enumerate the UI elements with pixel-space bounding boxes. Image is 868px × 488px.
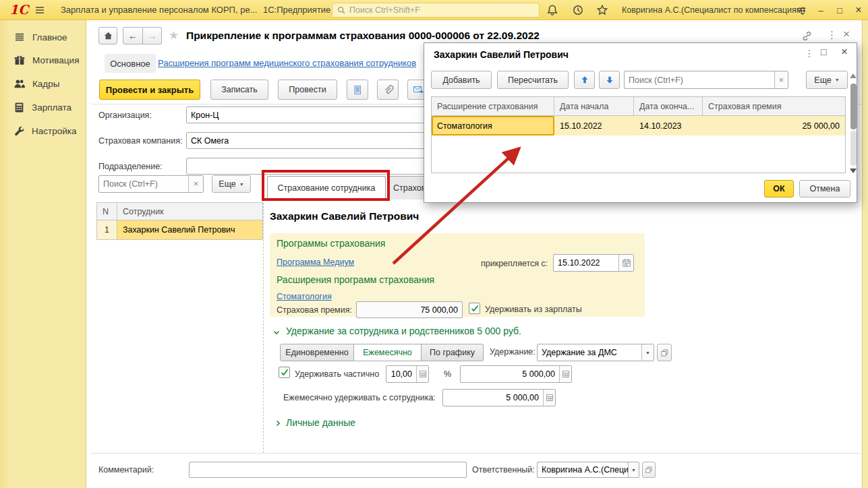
sidebar-item-motivation[interactable]: Мотивация [0,49,86,72]
attached-from-date-field[interactable]: 15.10.2022 [553,254,634,272]
personal-data-group-title[interactable]: Личные данные [286,417,355,428]
window-maximize-button[interactable]: □ [832,3,847,17]
calculator-small-icon[interactable] [543,390,555,406]
dialog-more-button[interactable]: Еще▼ [806,71,848,89]
window-right-frame [862,20,868,488]
list-more-button[interactable]: Еще▼ [212,175,251,193]
withhold-from-salary-checkbox[interactable] [469,303,480,314]
current-user[interactable]: Ковригина А.С.(Специалист по компенсация… [622,5,805,15]
notifications-bell-icon[interactable] [546,4,558,16]
move-down-button[interactable] [599,71,620,89]
table-row[interactable]: Стоматология 15.10.2022 14.10.2023 25 00… [432,116,845,135]
clear-search-icon[interactable]: × [188,176,203,192]
group-collapse-icon[interactable] [272,329,281,336]
mode-once-button[interactable]: Единовременно [280,344,354,361]
sidebar-item-payroll[interactable]: Зарплата [0,96,86,119]
post-button[interactable]: Провести [278,80,337,100]
responsible-combo[interactable]: Ковригина А.С.(Специали ▼ [537,462,639,478]
tab-employee-insurance[interactable]: Страхование сотрудника [267,176,386,200]
form-menu-kebab-icon[interactable]: ⋮ [827,30,837,40]
dialog-search-input[interactable] [625,75,774,85]
dialog-search-field[interactable]: × [624,71,788,89]
list-search-field[interactable]: × [98,175,204,193]
sidebar-item-settings[interactable]: Настройка [0,119,86,143]
mode-monthly-button[interactable]: Ежемесячно [354,344,422,361]
calendar-icon[interactable] [618,255,633,271]
employee-col-name[interactable]: Сотрудник [117,207,262,216]
window-close-button[interactable]: × [851,3,866,17]
deduction-group-title[interactable]: Удержание за сотрудника и родственников … [286,326,521,336]
favorites-star-icon[interactable] [596,4,608,16]
extension-link[interactable]: Стоматология [277,292,332,301]
nav-history-group: ← → [123,27,162,44]
post-and-close-button[interactable]: Провести и закрыть [99,80,200,100]
dialog-title: Захаркин Савелий Петрович [434,49,569,60]
calculator-small-icon[interactable] [416,366,428,382]
favorite-star-icon[interactable]: ★ [169,30,179,41]
back-button[interactable]: ← [123,27,143,44]
dialog-menu-kebab-icon[interactable]: ⋮ [805,49,814,58]
comment-input[interactable] [189,462,467,478]
employee-col-n[interactable]: N [97,203,117,220]
scroll-up-icon[interactable] [850,73,857,78]
window-minimize-button[interactable]: – [813,3,828,17]
tab-main[interactable]: Основное [105,54,156,73]
save-button[interactable]: Записать [210,80,268,100]
clear-search-icon[interactable]: × [774,71,788,88]
program-link[interactable]: Программа Медиум [277,257,354,267]
list-search-input[interactable] [99,179,188,189]
premium-field[interactable]: 75 000,00 [356,301,463,318]
sidebar-item-main[interactable]: Главное [0,26,86,49]
move-up-button[interactable] [574,71,595,89]
global-search-input[interactable] [349,5,525,15]
col-start-date[interactable]: Дата начала [554,97,634,115]
form-close-icon[interactable]: × [843,28,850,40]
sidebar-item-hr[interactable]: Кадры [0,72,86,96]
history-icon[interactable] [572,4,584,16]
org-field[interactable]: Крон-Ц [186,106,432,123]
document-structure-button[interactable] [347,80,368,100]
group-expand-icon[interactable] [274,419,282,427]
partial-percent-field[interactable]: 10,00 [386,365,429,383]
scrollbar-track[interactable] [850,131,857,166]
col-extension[interactable]: Расширение страхования [432,97,554,115]
checkmark-icon [280,368,289,377]
scrollbar-thumb[interactable] [850,84,857,129]
dialog-add-button[interactable]: Добавить [431,71,492,89]
combo-caret-icon[interactable]: ▼ [628,462,639,477]
combo-caret-icon[interactable]: ▼ [641,344,654,361]
1c-logo: 1С [9,2,28,17]
global-search[interactable] [332,3,540,18]
dialog-cancel-button[interactable]: Отмена [799,180,850,197]
dialog-close-icon[interactable]: × [841,46,848,57]
deduction-type-combo[interactable]: Удержание за ДМС ▼ [537,344,654,361]
home-button[interactable] [98,27,117,44]
monthly-amount-field[interactable]: 5 000,00 [442,389,556,406]
partial-amount-field[interactable]: 5 000,00 [460,365,572,383]
tab-relatives-insurance[interactable]: Страхова [387,176,426,200]
attachments-button[interactable] [377,80,399,100]
dialog-maximize-icon[interactable]: □ [821,47,826,57]
mode-schedule-button[interactable]: По графику [422,344,484,361]
department-field[interactable] [186,158,432,175]
deduction-open-button[interactable] [657,344,672,361]
forward-button[interactable]: → [143,27,162,44]
responsible-open-button[interactable] [642,462,656,478]
get-link-icon[interactable] [801,30,813,42]
quick-menu-icon[interactable] [796,5,808,16]
col-end-date[interactable]: Дата оконча... [634,97,703,115]
calculator-small-icon[interactable] [559,366,571,382]
dialog-recalculate-button[interactable]: Пересчитать [497,71,569,89]
main-menu-icon[interactable] [34,5,46,16]
pane-splitter[interactable] [263,200,264,453]
scroll-down-icon[interactable] [850,169,857,173]
col-premium[interactable]: Страховая премия [703,97,845,115]
insurer-field[interactable]: СК Омега [186,132,432,149]
tab-extensions-link[interactable]: Расширения программ медицинского страхов… [158,58,416,68]
partial-withhold-checkbox[interactable] [279,367,290,378]
table-row[interactable]: 1 Захаркин Савелий Петрович [97,220,262,239]
sidebar-item-label: Зарплата [32,102,71,113]
dialog-ok-button[interactable]: ОК [764,180,794,197]
responsible-label: Ответственный: [472,465,535,475]
employee-row-number: 1 [97,220,117,239]
